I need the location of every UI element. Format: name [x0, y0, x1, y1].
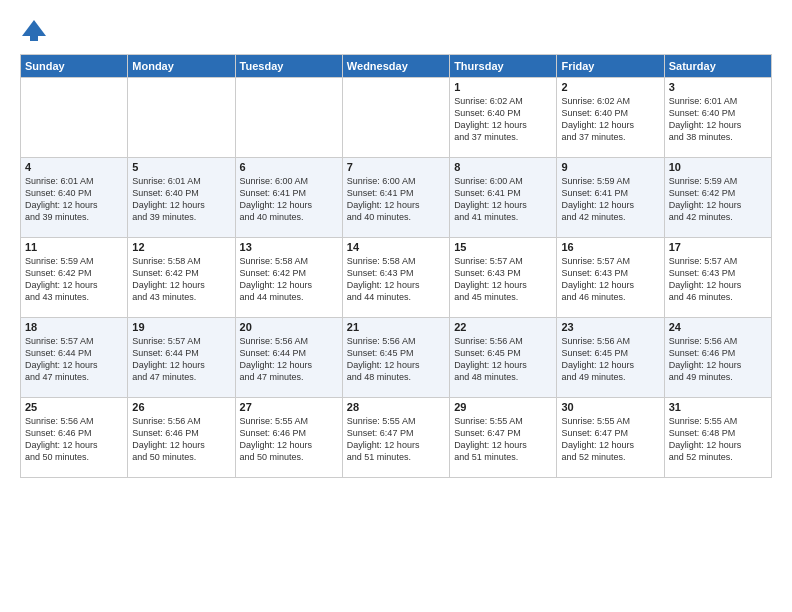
day-number: 16: [561, 241, 659, 253]
cell-info: Sunrise: 5:58 AM Sunset: 6:43 PM Dayligh…: [347, 255, 445, 304]
logo-icon: [20, 16, 48, 44]
cell-info: Sunrise: 5:57 AM Sunset: 6:43 PM Dayligh…: [454, 255, 552, 304]
cell-info: Sunrise: 5:58 AM Sunset: 6:42 PM Dayligh…: [132, 255, 230, 304]
calendar-cell: 20Sunrise: 5:56 AM Sunset: 6:44 PM Dayli…: [235, 318, 342, 398]
cell-info: Sunrise: 5:56 AM Sunset: 6:44 PM Dayligh…: [240, 335, 338, 384]
cell-info: Sunrise: 6:00 AM Sunset: 6:41 PM Dayligh…: [454, 175, 552, 224]
calendar-cell: 24Sunrise: 5:56 AM Sunset: 6:46 PM Dayli…: [664, 318, 771, 398]
cell-info: Sunrise: 6:01 AM Sunset: 6:40 PM Dayligh…: [669, 95, 767, 144]
calendar-cell: 26Sunrise: 5:56 AM Sunset: 6:46 PM Dayli…: [128, 398, 235, 478]
cell-info: Sunrise: 5:57 AM Sunset: 6:44 PM Dayligh…: [132, 335, 230, 384]
day-number: 29: [454, 401, 552, 413]
day-of-week-header: Friday: [557, 55, 664, 78]
cell-info: Sunrise: 5:55 AM Sunset: 6:48 PM Dayligh…: [669, 415, 767, 464]
day-number: 22: [454, 321, 552, 333]
calendar-cell: [128, 78, 235, 158]
day-number: 9: [561, 161, 659, 173]
day-number: 1: [454, 81, 552, 93]
day-number: 2: [561, 81, 659, 93]
calendar-header: SundayMondayTuesdayWednesdayThursdayFrid…: [21, 55, 772, 78]
calendar-cell: 6Sunrise: 6:00 AM Sunset: 6:41 PM Daylig…: [235, 158, 342, 238]
day-number: 20: [240, 321, 338, 333]
cell-info: Sunrise: 5:56 AM Sunset: 6:45 PM Dayligh…: [347, 335, 445, 384]
day-number: 19: [132, 321, 230, 333]
calendar-week-row: 11Sunrise: 5:59 AM Sunset: 6:42 PM Dayli…: [21, 238, 772, 318]
calendar-cell: 19Sunrise: 5:57 AM Sunset: 6:44 PM Dayli…: [128, 318, 235, 398]
day-of-week-header: Sunday: [21, 55, 128, 78]
calendar-cell: 25Sunrise: 5:56 AM Sunset: 6:46 PM Dayli…: [21, 398, 128, 478]
day-number: 11: [25, 241, 123, 253]
calendar-week-row: 4Sunrise: 6:01 AM Sunset: 6:40 PM Daylig…: [21, 158, 772, 238]
calendar-cell: 27Sunrise: 5:55 AM Sunset: 6:46 PM Dayli…: [235, 398, 342, 478]
calendar-cell: [342, 78, 449, 158]
calendar-cell: 12Sunrise: 5:58 AM Sunset: 6:42 PM Dayli…: [128, 238, 235, 318]
day-number: 12: [132, 241, 230, 253]
day-of-week-header: Tuesday: [235, 55, 342, 78]
cell-info: Sunrise: 5:56 AM Sunset: 6:46 PM Dayligh…: [25, 415, 123, 464]
calendar-cell: 22Sunrise: 5:56 AM Sunset: 6:45 PM Dayli…: [450, 318, 557, 398]
calendar-cell: 10Sunrise: 5:59 AM Sunset: 6:42 PM Dayli…: [664, 158, 771, 238]
calendar-week-row: 1Sunrise: 6:02 AM Sunset: 6:40 PM Daylig…: [21, 78, 772, 158]
day-number: 3: [669, 81, 767, 93]
cell-info: Sunrise: 5:57 AM Sunset: 6:44 PM Dayligh…: [25, 335, 123, 384]
day-number: 15: [454, 241, 552, 253]
calendar-cell: 30Sunrise: 5:55 AM Sunset: 6:47 PM Dayli…: [557, 398, 664, 478]
calendar-cell: 9Sunrise: 5:59 AM Sunset: 6:41 PM Daylig…: [557, 158, 664, 238]
day-number: 18: [25, 321, 123, 333]
day-of-week-header: Wednesday: [342, 55, 449, 78]
calendar-cell: 4Sunrise: 6:01 AM Sunset: 6:40 PM Daylig…: [21, 158, 128, 238]
day-number: 7: [347, 161, 445, 173]
day-number: 8: [454, 161, 552, 173]
day-number: 25: [25, 401, 123, 413]
calendar-cell: 13Sunrise: 5:58 AM Sunset: 6:42 PM Dayli…: [235, 238, 342, 318]
day-number: 30: [561, 401, 659, 413]
cell-info: Sunrise: 5:56 AM Sunset: 6:46 PM Dayligh…: [669, 335, 767, 384]
calendar-cell: 28Sunrise: 5:55 AM Sunset: 6:47 PM Dayli…: [342, 398, 449, 478]
cell-info: Sunrise: 5:55 AM Sunset: 6:47 PM Dayligh…: [454, 415, 552, 464]
cell-info: Sunrise: 5:58 AM Sunset: 6:42 PM Dayligh…: [240, 255, 338, 304]
day-of-week-header: Monday: [128, 55, 235, 78]
cell-info: Sunrise: 5:57 AM Sunset: 6:43 PM Dayligh…: [561, 255, 659, 304]
cell-info: Sunrise: 6:01 AM Sunset: 6:40 PM Dayligh…: [132, 175, 230, 224]
day-number: 13: [240, 241, 338, 253]
calendar-cell: 11Sunrise: 5:59 AM Sunset: 6:42 PM Dayli…: [21, 238, 128, 318]
day-number: 21: [347, 321, 445, 333]
cell-info: Sunrise: 5:59 AM Sunset: 6:41 PM Dayligh…: [561, 175, 659, 224]
day-number: 17: [669, 241, 767, 253]
calendar-cell: 14Sunrise: 5:58 AM Sunset: 6:43 PM Dayli…: [342, 238, 449, 318]
calendar-cell: 29Sunrise: 5:55 AM Sunset: 6:47 PM Dayli…: [450, 398, 557, 478]
day-number: 31: [669, 401, 767, 413]
cell-info: Sunrise: 6:00 AM Sunset: 6:41 PM Dayligh…: [347, 175, 445, 224]
cell-info: Sunrise: 5:59 AM Sunset: 6:42 PM Dayligh…: [669, 175, 767, 224]
calendar-cell: 15Sunrise: 5:57 AM Sunset: 6:43 PM Dayli…: [450, 238, 557, 318]
cell-info: Sunrise: 5:56 AM Sunset: 6:45 PM Dayligh…: [561, 335, 659, 384]
cell-info: Sunrise: 6:02 AM Sunset: 6:40 PM Dayligh…: [454, 95, 552, 144]
calendar-cell: 5Sunrise: 6:01 AM Sunset: 6:40 PM Daylig…: [128, 158, 235, 238]
day-number: 27: [240, 401, 338, 413]
calendar-cell: [235, 78, 342, 158]
cell-info: Sunrise: 5:56 AM Sunset: 6:46 PM Dayligh…: [132, 415, 230, 464]
day-number: 24: [669, 321, 767, 333]
header: [20, 16, 772, 44]
day-number: 5: [132, 161, 230, 173]
calendar-table: SundayMondayTuesdayWednesdayThursdayFrid…: [20, 54, 772, 478]
calendar-cell: 23Sunrise: 5:56 AM Sunset: 6:45 PM Dayli…: [557, 318, 664, 398]
calendar-cell: [21, 78, 128, 158]
calendar-cell: 2Sunrise: 6:02 AM Sunset: 6:40 PM Daylig…: [557, 78, 664, 158]
logo: [20, 16, 52, 44]
calendar-cell: 1Sunrise: 6:02 AM Sunset: 6:40 PM Daylig…: [450, 78, 557, 158]
day-number: 26: [132, 401, 230, 413]
calendar-cell: 8Sunrise: 6:00 AM Sunset: 6:41 PM Daylig…: [450, 158, 557, 238]
cell-info: Sunrise: 5:55 AM Sunset: 6:46 PM Dayligh…: [240, 415, 338, 464]
day-number: 28: [347, 401, 445, 413]
calendar-cell: 21Sunrise: 5:56 AM Sunset: 6:45 PM Dayli…: [342, 318, 449, 398]
day-number: 14: [347, 241, 445, 253]
cell-info: Sunrise: 5:59 AM Sunset: 6:42 PM Dayligh…: [25, 255, 123, 304]
svg-rect-1: [30, 36, 38, 41]
calendar-cell: 17Sunrise: 5:57 AM Sunset: 6:43 PM Dayli…: [664, 238, 771, 318]
cell-info: Sunrise: 5:55 AM Sunset: 6:47 PM Dayligh…: [561, 415, 659, 464]
day-number: 23: [561, 321, 659, 333]
svg-marker-0: [22, 20, 46, 36]
cell-info: Sunrise: 6:02 AM Sunset: 6:40 PM Dayligh…: [561, 95, 659, 144]
day-number: 6: [240, 161, 338, 173]
